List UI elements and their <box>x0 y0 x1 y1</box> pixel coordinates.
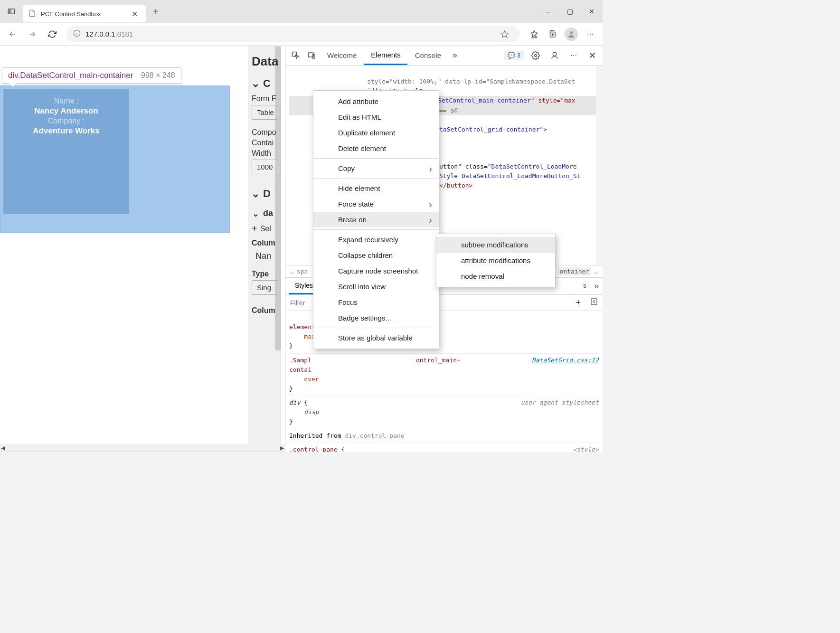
ctx-edit-html[interactable]: Edit as HTML <box>313 109 439 125</box>
ctx-collapse[interactable]: Collapse children <box>313 247 439 263</box>
inspected-element-highlight: Name : Nancy Anderson Company : Adventur… <box>0 85 230 233</box>
new-tab-button[interactable]: + <box>146 2 165 21</box>
column-label-2: Colum <box>252 306 278 315</box>
data-card[interactable]: Name : Nancy Anderson Company : Adventur… <box>3 89 129 214</box>
page-content: div.DataSetControl_main-container 998 × … <box>0 46 285 452</box>
component-label-2: Contai <box>252 139 278 147</box>
tab-overview-button[interactable] <box>0 0 23 23</box>
form-factor-select[interactable]: Table <box>252 105 278 120</box>
context-section[interactable]: ⌄C <box>252 77 278 90</box>
ctx-badge[interactable]: Badge settings… <box>313 310 439 326</box>
toggle-computed-button[interactable] <box>585 295 603 311</box>
tab-title: PCF Control Sandbox <box>41 10 124 18</box>
company-label: Company : <box>3 117 129 125</box>
chevron-down-icon: ⌄ <box>252 210 259 217</box>
refresh-button[interactable] <box>44 26 61 43</box>
maximize-button[interactable]: ▢ <box>559 4 581 19</box>
site-info-icon[interactable] <box>73 29 81 38</box>
window-controls: — ▢ ✕ <box>537 4 603 19</box>
ctx-focus[interactable]: Focus <box>313 294 439 310</box>
panel-title: Data <box>252 54 278 69</box>
width-input[interactable]: 1000 <box>252 160 278 174</box>
device-toolbar-button[interactable] <box>304 48 320 63</box>
ctx-copy[interactable]: Copy <box>313 161 439 176</box>
select-label: Sel <box>260 225 271 233</box>
more-style-tab[interactable]: s <box>577 278 592 294</box>
tab-console[interactable]: Console <box>408 47 448 64</box>
form-factor-label: Form F <box>252 94 278 103</box>
ctx-screenshot[interactable]: Capture node screenshot <box>313 263 439 279</box>
collections-button[interactable] <box>544 26 561 43</box>
page-icon <box>28 9 36 19</box>
svg-point-10 <box>570 31 573 34</box>
element-tooltip: div.DataSetControl_main-container 998 × … <box>2 67 181 84</box>
issues-badge[interactable]: 💬3 <box>504 51 524 60</box>
favorite-button[interactable] <box>496 26 513 43</box>
dom-scrollbar[interactable] <box>596 66 603 265</box>
svg-rect-16 <box>591 299 597 304</box>
tab-welcome[interactable]: Welcome <box>321 47 363 64</box>
ctx-scroll[interactable]: Scroll into view <box>313 279 439 294</box>
chevron-down-icon: ⌄ <box>252 190 259 198</box>
svg-rect-1 <box>9 10 11 13</box>
ctx-delete[interactable]: Delete element <box>313 141 439 156</box>
ctx-break-on[interactable]: Break on <box>313 212 439 227</box>
settings-button[interactable] <box>528 48 543 63</box>
ctx-attr-mod[interactable]: attribute modifications <box>436 253 555 268</box>
ctx-expand[interactable]: Expand recursively <box>313 232 439 247</box>
feedback-button[interactable] <box>547 48 562 63</box>
component-label-1: Compo <box>252 128 278 137</box>
ctx-store-global[interactable]: Store as global variable <box>313 330 439 346</box>
nav-bar: 127.0.0.1:8181 ⋯ <box>0 23 603 46</box>
favorites-button[interactable] <box>526 26 543 43</box>
new-style-button[interactable]: + <box>571 295 585 311</box>
ctx-add-attribute[interactable]: Add attribute <box>313 94 439 109</box>
name-value: Nancy Anderson <box>3 106 129 116</box>
company-value: Adventure Works <box>3 126 129 136</box>
dataset-subsection[interactable]: ⌄da <box>252 208 278 218</box>
ctx-node-removal[interactable]: node removal <box>436 268 555 284</box>
width-label: Width <box>252 149 278 158</box>
side-form-panel: Data ⌄C Form F Table Compo Contai Width … <box>252 46 278 444</box>
forward-button[interactable] <box>24 26 41 43</box>
ctx-force-state[interactable]: Force state <box>313 196 439 212</box>
profile-button[interactable] <box>565 28 578 41</box>
ctx-duplicate[interactable]: Duplicate element <box>313 125 439 141</box>
svg-point-14 <box>535 54 537 57</box>
ctx-subtree-mod[interactable]: subtree modifications <box>436 237 555 253</box>
svg-marker-5 <box>501 30 509 37</box>
context-submenu-break-on[interactable]: subtree modifications attribute modifica… <box>436 234 556 287</box>
back-button[interactable] <box>4 26 21 43</box>
svg-rect-11 <box>293 52 297 56</box>
more-styles-button[interactable]: » <box>594 281 599 291</box>
title-bar: PCF Control Sandbox ✕ + — ▢ ✕ <box>0 0 603 23</box>
css-source-link[interactable]: DataSetGrid.css:12 <box>532 357 599 364</box>
browser-tab[interactable]: PCF Control Sandbox ✕ <box>23 5 146 22</box>
horizontal-scrollbar[interactable]: ◀▶ <box>0 444 285 452</box>
add-icon[interactable]: + <box>252 223 257 234</box>
url-text: 127.0.0.1:8181 <box>85 30 133 38</box>
tab-elements[interactable]: Elements <box>364 46 407 65</box>
data-section[interactable]: ⌄D <box>252 188 278 200</box>
name-label: Name : <box>3 97 129 105</box>
svg-point-15 <box>553 52 557 56</box>
context-menu[interactable]: Add attribute Edit as HTML Duplicate ele… <box>313 90 439 349</box>
more-button[interactable]: ⋯ <box>566 48 581 63</box>
ctx-hide[interactable]: Hide element <box>313 180 439 196</box>
tab-close-button[interactable]: ✕ <box>129 9 141 19</box>
close-window-button[interactable]: ✕ <box>581 4 603 19</box>
chevron-down-icon: ⌄ <box>252 80 259 87</box>
address-bar[interactable]: 127.0.0.1:8181 <box>66 26 520 42</box>
inspect-button[interactable] <box>288 48 303 63</box>
menu-button[interactable]: ⋯ <box>582 26 599 43</box>
type-select[interactable]: Sing <box>252 280 278 295</box>
column-label: Colum <box>252 239 278 247</box>
type-label: Type <box>252 270 278 278</box>
devtools-close-button[interactable]: ✕ <box>585 48 600 63</box>
devtools-tabs: Welcome Elements Console » 💬3 ⋯ ✕ <box>285 46 603 66</box>
more-tabs-button[interactable]: » <box>449 50 461 60</box>
minimize-button[interactable]: — <box>537 4 559 19</box>
column-name: Nan <box>252 249 278 266</box>
